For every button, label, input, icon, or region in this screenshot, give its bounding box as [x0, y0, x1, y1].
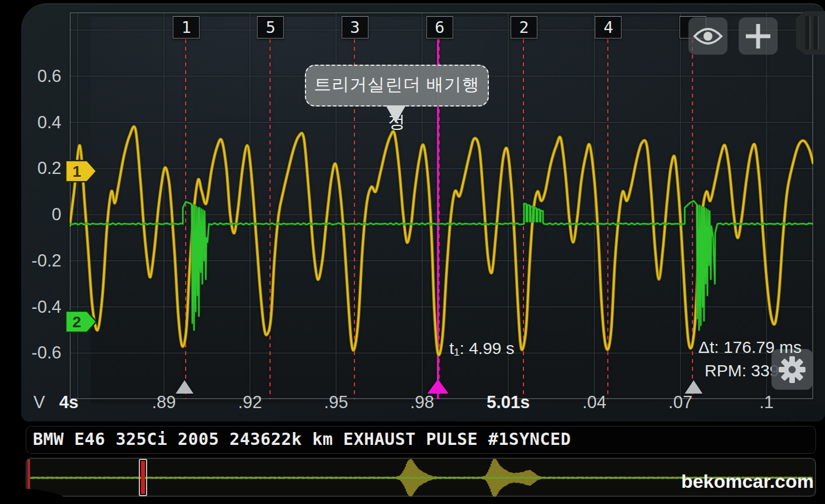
y-axis-tick-label: 0.6	[14, 66, 61, 87]
add-button[interactable]	[739, 17, 778, 55]
cylinder-number-label: 4	[595, 16, 622, 38]
delta-time-readout: Δt: 176.79 ms	[698, 338, 802, 357]
x-axis-tick-label: 5.01s	[475, 392, 542, 413]
x-axis-tick-label: .1	[733, 392, 800, 413]
x-axis-tick-label: .89	[130, 392, 197, 413]
rpm-readout: RPM: 339	[705, 361, 779, 380]
drawer-handle-icon[interactable]	[796, 11, 825, 55]
handle-groove	[805, 16, 811, 50]
x-axis-tick-label: .04	[561, 392, 628, 413]
recording-title-bar: BMW E46 325Ci 2005 243622k km EXHAUST PU…	[26, 426, 816, 454]
y-axis-tick-label: 0.4	[14, 112, 61, 133]
cylinder-number-label: 1	[173, 16, 200, 38]
app-screen: V 트리거실린더 배기행정 1 2 t₁: 4.99 s Δt: 176.79 …	[0, 0, 825, 504]
channel-1-marker[interactable]: 1	[65, 159, 98, 183]
eye-icon	[693, 26, 723, 47]
channel-2-marker[interactable]: 2	[65, 310, 98, 333]
timeline-start-marker	[27, 459, 30, 492]
cylinder-number-label: 6	[426, 16, 453, 38]
y-axis-tick-label: -0.6	[14, 342, 61, 364]
y-axis-tick-label: 0.2	[14, 158, 61, 179]
cylinder-number-label: 5	[257, 16, 284, 38]
x-axis-tick-label: 4s	[36, 392, 103, 413]
y-axis-tick-label: -0.2	[14, 250, 61, 272]
cylinder-number-label: 3	[342, 16, 368, 38]
x-axis-tick-label: .92	[216, 392, 283, 413]
gear-icon	[777, 355, 807, 385]
handle-groove	[813, 16, 819, 50]
tooltip-arrow-icon	[386, 105, 406, 123]
watermark: bekomcar.com	[641, 471, 816, 492]
cursor-time-readout: t₁: 4.99 s	[449, 339, 515, 358]
channel-2-number: 2	[72, 313, 81, 331]
x-axis-tick-label: .07	[647, 392, 714, 413]
cylinder-number-label: 2	[511, 16, 537, 38]
timeline-position-marker[interactable]	[139, 459, 147, 496]
channel-1-number: 1	[72, 163, 81, 180]
trigger-cylinder-tooltip: 트리거실린더 배기행정	[305, 65, 489, 106]
recording-title: BMW E46 325Ci 2005 243622k km EXHAUST PU…	[33, 427, 816, 452]
visibility-button[interactable]	[688, 17, 727, 55]
x-axis-tick-label: .98	[389, 392, 455, 413]
y-axis-tick-label: 0	[14, 204, 61, 225]
x-axis-tick-label: .95	[303, 392, 370, 413]
timeline-position-marker-bar	[141, 461, 145, 494]
plus-icon	[744, 22, 773, 51]
y-axis-tick-label: -0.4	[14, 297, 61, 318]
